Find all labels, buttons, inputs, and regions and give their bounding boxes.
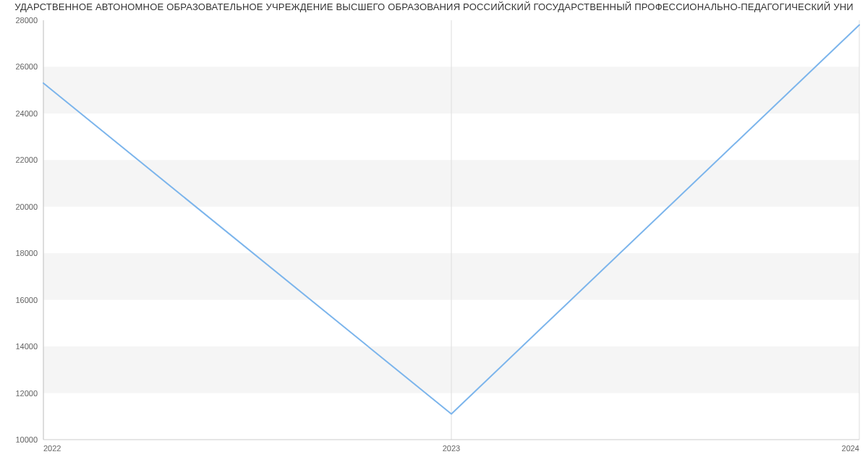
svg-text:14000: 14000 xyxy=(15,342,38,351)
svg-text:10000: 10000 xyxy=(15,435,38,444)
y-tick: 12000 xyxy=(15,389,38,398)
y-tick: 10000 xyxy=(15,435,38,444)
y-tick: 28000 xyxy=(15,16,38,25)
svg-text:22000: 22000 xyxy=(15,155,38,164)
svg-text:28000: 28000 xyxy=(15,16,38,25)
svg-text:12000: 12000 xyxy=(15,389,38,398)
x-tick: 2023 xyxy=(443,444,460,453)
x-tick: 2022 xyxy=(43,444,61,453)
x-tick: 2024 xyxy=(842,444,859,453)
y-tick: 16000 xyxy=(15,296,38,304)
y-tick: 18000 xyxy=(15,249,38,257)
y-tick: 24000 xyxy=(15,109,38,118)
svg-text:16000: 16000 xyxy=(15,296,38,304)
chart-container: УДАРСТВЕННОЕ АВТОНОМНОЕ ОБРАЗОВАТЕЛЬНОЕ … xyxy=(0,0,868,470)
y-tick: 22000 xyxy=(15,155,38,164)
svg-text:2024: 2024 xyxy=(842,444,859,453)
svg-text:26000: 26000 xyxy=(15,62,38,71)
y-tick: 20000 xyxy=(15,202,38,211)
svg-text:18000: 18000 xyxy=(15,249,38,257)
chart-svg: 1000012000140001600018000200002200024000… xyxy=(0,0,868,470)
y-tick: 26000 xyxy=(15,62,38,71)
svg-text:2023: 2023 xyxy=(443,444,460,453)
y-tick: 14000 xyxy=(15,342,38,351)
svg-text:2022: 2022 xyxy=(43,444,61,453)
svg-text:20000: 20000 xyxy=(15,202,38,211)
svg-text:24000: 24000 xyxy=(15,109,38,118)
